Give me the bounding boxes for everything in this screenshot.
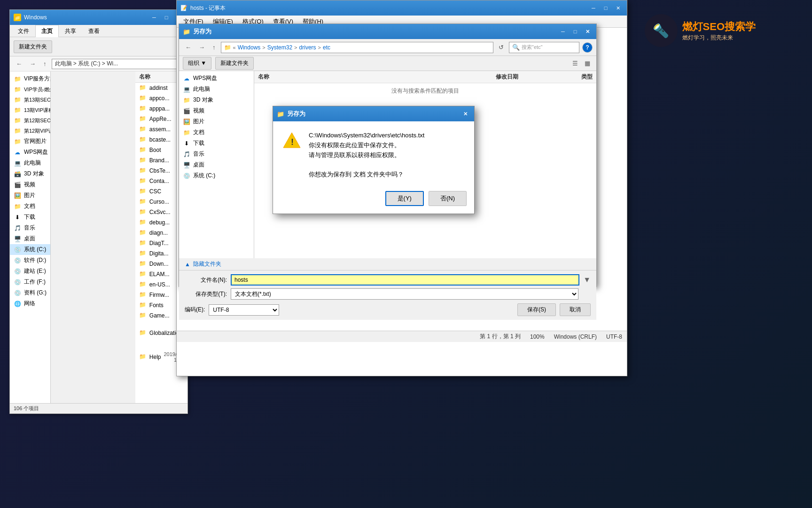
new-folder-btn-sa[interactable]: 新建文件夹 bbox=[215, 57, 254, 70]
col-type-hdr[interactable]: 类型 bbox=[518, 73, 593, 81]
sidebar-item-drive-f[interactable]: 💿 工作 (F:) bbox=[10, 277, 50, 287]
saveas-address[interactable]: 📁 « Windows > System32 > drivers > etc bbox=[221, 42, 494, 53]
alert-title: 另存为 bbox=[287, 110, 305, 118]
sa-sidebar-3d[interactable]: 📁 3D 对象 bbox=[179, 95, 254, 105]
saveas-close[interactable]: ✕ bbox=[582, 26, 593, 37]
explorer-window: 📁 Windows ─ □ ✕ 文件 主页 共享 查看 新建文件夹 ← → ↑ bbox=[9, 9, 188, 414]
help-btn[interactable]: ? bbox=[582, 42, 593, 53]
alert-close[interactable]: ✕ bbox=[460, 109, 470, 119]
view-details[interactable]: ▦ bbox=[582, 58, 593, 68]
maximize-btn[interactable]: □ bbox=[161, 12, 172, 23]
notepad-close[interactable]: ✕ bbox=[613, 3, 623, 13]
item-label: Digita... bbox=[149, 250, 169, 257]
crumb-drivers[interactable]: drivers bbox=[299, 44, 316, 51]
minimize-btn[interactable]: ─ bbox=[149, 12, 159, 23]
sidebar-item-drive-e[interactable]: 💿 建站 (E:) bbox=[10, 266, 50, 277]
notepad-maximize[interactable]: □ bbox=[601, 3, 611, 13]
folder-icon: 📁 bbox=[139, 229, 147, 237]
sidebar-item-drive-d[interactable]: 💿 软件 (D:) bbox=[10, 255, 50, 266]
filename-dropdown[interactable]: ▼ bbox=[583, 276, 591, 284]
filetype-select[interactable]: 文本文档(*.txt) bbox=[231, 288, 578, 300]
back-btn[interactable]: ← bbox=[14, 59, 24, 69]
filename-input[interactable] bbox=[231, 274, 579, 286]
crumb-etc[interactable]: etc bbox=[323, 44, 330, 51]
sidebar-item-drive-g[interactable]: 💿 资料 (G:) bbox=[10, 287, 50, 298]
sidebar-item-guanwang[interactable]: 📁 官网图片 bbox=[10, 136, 50, 147]
alert-body: ! C:\Windows\System32\drivers\etc\hosts.… bbox=[273, 121, 474, 187]
sidebar-item-download[interactable]: ⬇ 下载 bbox=[10, 212, 50, 222]
sidebar-label: 音乐 bbox=[24, 224, 35, 232]
sidebar-item-12vip[interactable]: 📁 第12期VIP课程视频 bbox=[10, 126, 50, 136]
forward-btn[interactable]: → bbox=[27, 59, 38, 69]
sidebar-item-vip2[interactable]: 📁 VIP学员-燃灯SEO搜索学... 📌 bbox=[10, 84, 50, 95]
folder-icon: 📁 bbox=[139, 146, 147, 154]
sa-sidebar-wps[interactable]: ☁ WPS网盘 bbox=[179, 73, 254, 84]
sidebar-item-drive-c[interactable]: 💿 系统 (C:) bbox=[10, 244, 50, 255]
sidebar-item-3d[interactable]: 🗃️ 3D 对象 bbox=[10, 168, 50, 179]
saveas-back[interactable]: ← bbox=[183, 42, 194, 52]
computer-icon: 💻 bbox=[14, 159, 21, 167]
crumb-windows[interactable]: Windows bbox=[238, 44, 261, 51]
sidebar-label: 网络 bbox=[24, 300, 35, 308]
crumb-system32[interactable]: System32 bbox=[267, 44, 292, 51]
status-count: 106 个项目 bbox=[14, 405, 39, 412]
sidebar-item-desktop[interactable]: 🖥️ 桌面 bbox=[10, 233, 50, 244]
alert-yes-button[interactable]: 是(Y) bbox=[385, 191, 424, 206]
saveas-up[interactable]: ↑ bbox=[210, 42, 218, 52]
footer-buttons-row: 编码(E): UTF-8 保存(S) 取消 bbox=[185, 303, 591, 316]
search-placeholder: 搜索"etc" bbox=[522, 44, 542, 51]
notepad-minimize[interactable]: ─ bbox=[588, 3, 599, 13]
search-box[interactable]: 🔍 搜索"etc" bbox=[509, 42, 579, 53]
sidebar-item-video[interactable]: 🎬 视频 bbox=[10, 179, 50, 190]
sa-sidebar-thispc[interactable]: 💻 此电脑 bbox=[179, 84, 254, 95]
sa-sidebar-video[interactable]: 🎬 视频 bbox=[179, 105, 254, 116]
tab-view[interactable]: 查看 bbox=[82, 25, 106, 37]
sidebar-item-13vip[interactable]: 📁 13期VIP课程视频 bbox=[10, 105, 50, 115]
encoding-select[interactable]: UTF-8 bbox=[209, 304, 279, 316]
sa-sidebar-download[interactable]: ⬇ 下载 bbox=[179, 138, 254, 149]
cancel-button[interactable]: 取消 bbox=[560, 303, 591, 316]
up-btn[interactable]: ↑ bbox=[41, 59, 49, 69]
alert-no-button[interactable]: 否(N) bbox=[429, 191, 467, 206]
folder-icon: 📁 bbox=[139, 136, 147, 143]
tab-share[interactable]: 共享 bbox=[59, 25, 82, 37]
new-folder-btn-bg[interactable]: 新建文件夹 bbox=[14, 40, 52, 53]
save-button[interactable]: 保存(S) bbox=[517, 303, 556, 316]
saveas-sidebar: ☁ WPS网盘 💻 此电脑 📁 3D 对象 🎬 视频 🖼️ 图片 bbox=[179, 71, 254, 258]
saveas-refresh[interactable]: ↺ bbox=[496, 42, 506, 52]
view-toggle[interactable]: ☰ bbox=[570, 58, 580, 68]
sidebar-label: 下载 bbox=[24, 213, 35, 221]
alert-text: C:\Windows\System32\drivers\etc\hosts.tx… bbox=[309, 131, 424, 180]
col-date-hdr[interactable]: 修改日期 bbox=[406, 73, 518, 81]
sidebar-item-vip1[interactable]: 📁 VIP服务方案 📌 bbox=[10, 73, 50, 84]
address-path-bg[interactable]: 此电脑 > 系统 (C:) > Wi... bbox=[52, 59, 184, 69]
sa-sidebar-desktop[interactable]: 🖥️ 桌面 bbox=[179, 159, 254, 170]
sa-sidebar-drive-c[interactable]: 💿 系统 (C:) bbox=[179, 170, 254, 181]
saveas-maximize[interactable]: □ bbox=[570, 26, 580, 37]
item-label: AppRe... bbox=[149, 116, 172, 122]
item-label: debug... bbox=[149, 219, 170, 226]
organize-btn[interactable]: 组织 ▼ bbox=[183, 57, 211, 70]
sa-sidebar-docs[interactable]: 📁 文档 bbox=[179, 127, 254, 138]
sidebar-item-wps[interactable]: ☁ WPS网盘 bbox=[10, 147, 50, 158]
folder-icon: 📁 bbox=[139, 219, 147, 226]
sidebar-item-docs[interactable]: 📁 文档 bbox=[10, 201, 50, 212]
sidebar-item-music[interactable]: 🎵 音乐 bbox=[10, 222, 50, 233]
saveas-forward[interactable]: → bbox=[196, 42, 207, 52]
tab-home[interactable]: 主页 bbox=[35, 25, 59, 37]
status-pos: 第 1 行，第 1 列 bbox=[480, 333, 521, 341]
hidden-folder-toggle[interactable]: ▲ 隐藏文件夹 bbox=[179, 258, 596, 270]
sa-sidebar-music[interactable]: 🎵 音乐 bbox=[179, 149, 254, 159]
cloud-icon: ☁ bbox=[183, 75, 190, 82]
sidebar-item-thispc[interactable]: 💻 此电脑 bbox=[10, 158, 50, 168]
sidebar-item-13seo[interactable]: 📁 第13期SEOVIP私塾班 📌 bbox=[10, 95, 50, 105]
sa-sidebar-pic[interactable]: 🖼️ 图片 bbox=[179, 116, 254, 127]
brand-name: 燃灯SEO搜索学 bbox=[682, 20, 756, 34]
sidebar-item-network[interactable]: 🌐 网络 bbox=[10, 298, 50, 309]
saveas-minimize[interactable]: ─ bbox=[558, 26, 568, 37]
col-name-hdr[interactable]: 名称 bbox=[258, 73, 406, 81]
tab-file[interactable]: 文件 bbox=[12, 25, 35, 37]
saveas-title-controls: ─ □ ✕ bbox=[558, 26, 593, 37]
sidebar-item-picture[interactable]: 🖼️ 图片 bbox=[10, 190, 50, 201]
sidebar-item-12seo[interactable]: 📁 第12期SEOVIP私塾班 bbox=[10, 115, 50, 126]
